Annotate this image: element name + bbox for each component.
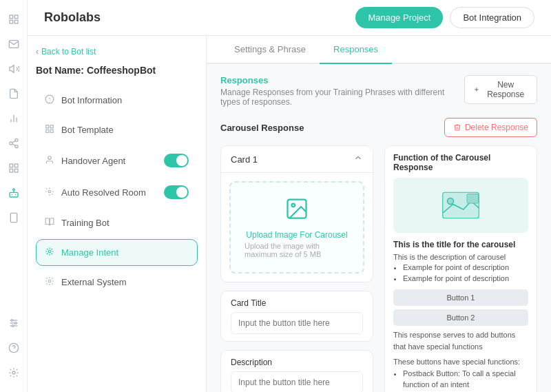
svg-rect-16 xyxy=(10,192,18,197)
main-content: Robolabs Manage Project Bot Integration … xyxy=(28,0,551,392)
card-title-label: Card Title xyxy=(231,298,363,308)
preview-bullet-2: Example for point of description xyxy=(403,274,528,284)
info-icon xyxy=(45,94,54,106)
intent-icon xyxy=(45,247,54,258)
svg-rect-20 xyxy=(10,213,17,222)
home-icon[interactable] xyxy=(3,8,25,30)
header: Robolabs Manage Project Bot Integration xyxy=(28,0,551,36)
svg-point-7 xyxy=(15,138,18,141)
external-icon xyxy=(45,276,54,288)
svg-point-25 xyxy=(11,320,13,322)
sidebar-item-bot-information[interactable]: Bot Information xyxy=(36,87,198,114)
description-field-group: Description xyxy=(220,350,373,392)
sliders-icon[interactable] xyxy=(3,312,25,334)
preview-button-1[interactable]: Button 1 xyxy=(393,289,528,306)
carousel-header: Carousel Response Delete Response xyxy=(220,118,537,137)
question-icon[interactable] xyxy=(3,337,25,359)
sidebar-item-manage-intent[interactable]: Manage Intent xyxy=(36,239,198,266)
back-to-bot-link[interactable]: ‹ Back to Bot list xyxy=(36,47,198,56)
sidebar-item-training-bot[interactable]: Training Bot xyxy=(36,209,198,236)
auto-resolved-toggle[interactable] xyxy=(164,185,189,199)
carousel-title: Carousel Response xyxy=(220,123,304,133)
chevron-left-icon: ‹ xyxy=(36,47,39,56)
svg-rect-37 xyxy=(46,130,49,132)
svg-rect-34 xyxy=(46,125,49,128)
auto-resolve-icon xyxy=(45,187,54,198)
sidebar-item-external-system[interactable]: External System xyxy=(36,269,198,296)
icon-nav xyxy=(0,0,28,392)
share-icon[interactable] xyxy=(3,132,25,154)
tab-responses[interactable]: Responses xyxy=(320,36,392,64)
delete-response-button[interactable]: Delete Response xyxy=(444,118,537,137)
bot-integration-button[interactable]: Bot Integration xyxy=(450,7,534,28)
tab-settings-phrase[interactable]: Settings & Phrase xyxy=(220,36,320,64)
preview-title: This is the title for the carousel xyxy=(393,240,528,249)
svg-rect-0 xyxy=(10,15,13,19)
handover-agent-toggle[interactable] xyxy=(164,154,189,167)
section-title: Responses xyxy=(220,75,464,85)
info-bullet-1: Postback Button: To call a special funct… xyxy=(403,368,528,391)
header-buttons: Manage Project Bot Integration xyxy=(355,7,534,28)
svg-point-41 xyxy=(48,280,51,282)
info-text-2: These buttons have special functions: Po… xyxy=(393,356,528,392)
preview-bullet-1: Example for point of description xyxy=(403,262,528,273)
plus-icon xyxy=(473,85,480,94)
upload-area[interactable]: Upload Image For Carousel Upload the ima… xyxy=(229,181,364,274)
carousel-preview xyxy=(393,178,528,233)
svg-rect-3 xyxy=(10,20,13,23)
megaphone-icon[interactable] xyxy=(3,58,25,80)
bot-panel: ‹ Back to Bot list Bot Name: CoffeeshopB… xyxy=(28,36,207,392)
card-title-field-group: Card Title xyxy=(220,291,373,342)
svg-rect-15 xyxy=(10,169,13,172)
preview-image-icon xyxy=(440,188,481,223)
svg-point-40 xyxy=(48,250,51,253)
svg-rect-2 xyxy=(14,20,18,23)
bot-name: Bot Name: CoffeeshopBot xyxy=(36,65,198,76)
svg-point-8 xyxy=(10,142,12,145)
svg-point-17 xyxy=(12,189,14,191)
svg-point-39 xyxy=(48,190,51,193)
description-input[interactable] xyxy=(231,371,363,392)
svg-point-45 xyxy=(292,204,295,207)
card-1-title: Card 1 xyxy=(231,154,258,165)
chevron-up-icon[interactable] xyxy=(353,153,363,165)
bot-icon[interactable] xyxy=(3,182,25,204)
info-panel-title: Function of the Carousel Response xyxy=(393,153,528,172)
response-section: Responses Manage Responses from your Tra… xyxy=(207,64,551,392)
tab-bar: Settings & Phrase Responses xyxy=(207,36,551,64)
card-1-box: Card 1 xyxy=(220,145,373,282)
mail-icon[interactable] xyxy=(3,33,25,55)
description-label: Description xyxy=(231,358,363,367)
grid-icon[interactable] xyxy=(3,157,25,179)
app-logo: Robolabs xyxy=(44,10,101,25)
svg-rect-48 xyxy=(467,194,479,204)
sidebar-item-bot-template[interactable]: Bot Template xyxy=(36,116,198,143)
training-icon xyxy=(45,217,54,229)
svg-point-9 xyxy=(15,145,18,148)
info-panel: Function of the Carousel Response xyxy=(384,145,537,392)
svg-line-10 xyxy=(12,144,15,146)
left-column: Card 1 xyxy=(220,145,373,392)
new-response-button[interactable]: New Response xyxy=(464,75,537,104)
manage-project-button[interactable]: Manage Project xyxy=(355,7,443,28)
svg-point-47 xyxy=(448,198,454,205)
svg-line-11 xyxy=(12,141,15,143)
svg-point-30 xyxy=(12,371,15,374)
section-header: Responses Manage Responses from your Tra… xyxy=(220,75,537,107)
card-title-input[interactable] xyxy=(231,312,363,334)
template-icon xyxy=(45,124,54,136)
chart-icon[interactable] xyxy=(3,107,25,130)
preview-button-2[interactable]: Button 2 xyxy=(393,309,528,326)
upload-subtext: Upload the image with maximum size of 5 … xyxy=(245,242,349,258)
document-icon[interactable] xyxy=(3,83,25,105)
trash-icon xyxy=(453,123,461,132)
card-header: Card 1 xyxy=(221,146,373,173)
sidebar-item-handover-agent[interactable]: Handover Agent xyxy=(36,146,198,175)
phone-icon[interactable] xyxy=(3,207,25,229)
page-body: ‹ Back to Bot list Bot Name: CoffeeshopB… xyxy=(28,36,551,392)
settings-icon[interactable] xyxy=(3,362,25,384)
info-text-1: This response serves to add buttons that… xyxy=(393,329,528,352)
sidebar-item-auto-resolved-room[interactable]: Auto Resolved Room xyxy=(36,178,198,207)
upload-icon xyxy=(284,196,309,226)
svg-point-27 xyxy=(12,325,14,327)
